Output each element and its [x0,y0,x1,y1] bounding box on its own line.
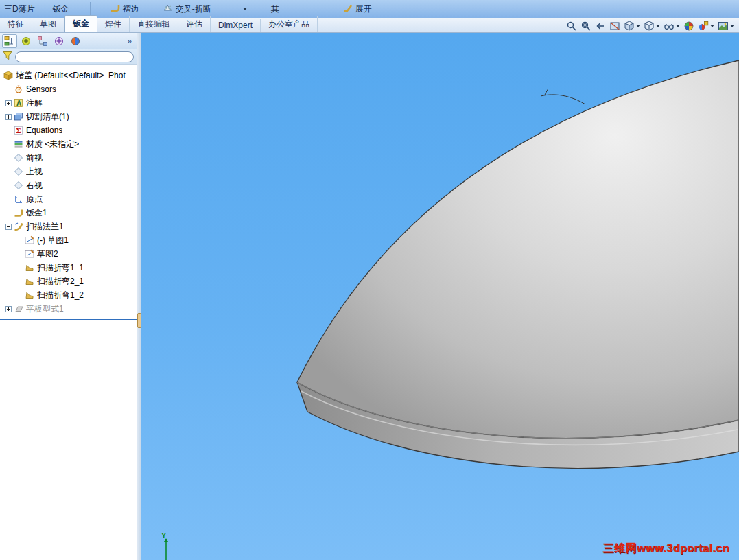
svg-text:A: A [16,100,21,107]
tree-item-label: 扫描折弯1_2 [37,290,84,301]
tree-item-right-plane[interactable]: 右视 [0,178,137,192]
ribbon-item-unfold[interactable]: 展开 [342,3,372,15]
tab-sheet-metal[interactable]: 钣金 [64,15,97,32]
tree-item-material[interactable]: 材质 <未指定> [0,137,137,151]
tree-item-swept-bend1-1[interactable]: 扫描折弯1_1 [0,261,137,275]
tab-weldments[interactable]: 焊件 [97,16,130,32]
tree-item-label: 上视 [26,166,43,178]
tab-direct-editing[interactable]: 直接编辑 [130,16,178,32]
featuremanager-tab[interactable] [2,34,17,48]
tab-office-products[interactable]: 办公室产品 [261,16,318,32]
ribbon-separator [90,2,91,16]
tree-item-label: 扫描折弯1_1 [37,262,84,274]
ribbon-item-cross-break[interactable]: 交叉-折断 [163,3,211,15]
ribbon-item-hem[interactable]: 褶边 [110,3,139,15]
tab-dimxpert[interactable]: DimXpert [211,19,261,32]
feature-manager-panel: » 堵盖 (Default<<Default>_Phot Sensors A 注… [0,33,137,560]
ribbon-item-label: 展开 [355,3,372,15]
view-orientation-icon[interactable] [623,20,641,32]
tree-filter-input[interactable] [15,51,134,62]
dimxpertmanager-tab[interactable] [51,34,67,48]
ribbon-item-3d-sheet[interactable]: 三D薄片 [4,3,35,15]
tree-item-label: 右视 [26,180,43,191]
3d-viewport[interactable]: Y 三维网www.3dportal.cn [141,33,739,560]
tree-item-swept-bend1-2[interactable]: 扫描折弯1_2 [0,288,137,302]
tree-item-label: 注解 [26,97,43,109]
panel-tab-overflow[interactable]: » [124,36,134,46]
surface-sketch-line [541,89,585,104]
sensors-icon [13,84,24,95]
feature-tree: 堵盖 (Default<<Default>_Phot Sensors A 注解 … [0,65,137,320]
sheet-metal-icon [13,208,24,218]
section-view-icon[interactable] [609,20,621,32]
ribbon-item-other[interactable]: 其 [271,3,279,15]
dropdown-caret-icon[interactable] [710,25,714,27]
equations-icon: Σ [13,126,24,136]
tree-item-front-plane[interactable]: 前视 [0,151,137,165]
dropdown-caret-icon[interactable] [730,25,734,27]
zoom-to-fit-icon[interactable] [565,20,578,32]
tree-item-part-root[interactable]: 堵盖 (Default<<Default>_Phot [0,69,137,82]
panel-tab-bar: » [0,33,137,49]
part-icon [3,71,14,81]
tab-features[interactable]: 特征 [0,16,32,32]
solidworks-window: 三D薄片 钣金 褶边 交叉-折断 其 展开 特征 草图 钣金 焊件 直接编辑 评… [0,0,739,560]
triad-y-label: Y [161,531,167,539]
tree-item-label: 钣金1 [26,207,47,219]
previous-view-icon[interactable] [594,20,607,32]
tree-item-label: 平板型式1 [26,303,64,315]
tree-item-label: 扫描折弯2_1 [37,276,84,288]
rollback-bar[interactable] [0,319,137,320]
collapse-icon[interactable] [5,224,12,230]
tree-item-label: 切割清单(1) [26,111,69,123]
tree-item-top-plane[interactable]: 上视 [0,165,137,178]
tree-item-label: 扫描法兰1 [26,221,64,233]
orientation-triad: Y [152,531,183,560]
hide-show-items-icon[interactable] [663,20,681,32]
tree-item-origin[interactable]: 原点 [0,192,137,206]
tab-sketch[interactable]: 草图 [32,16,64,32]
expand-icon[interactable] [5,100,12,106]
tree-item-sketch1[interactable]: (-) 草图1 [0,233,137,247]
tree-item-equations[interactable]: Σ Equations [0,124,137,137]
apply-scene-icon[interactable] [717,20,735,32]
display-style-icon[interactable] [643,20,661,32]
tree-item-label: 堵盖 (Default<<Default>_Phot [16,70,126,82]
edit-appearance-icon[interactable] [697,20,715,32]
annotations-icon: A [13,98,24,108]
material-icon [13,139,24,150]
appearances-icon[interactable] [683,20,695,32]
swept-bend-icon [24,290,35,301]
dropdown-caret-icon[interactable] [656,25,660,27]
svg-text:Σ: Σ [16,126,21,135]
tree-item-annotations[interactable]: A 注解 [0,96,137,110]
tree-item-sketch2[interactable]: 草图2 [0,247,137,261]
zoom-to-area-icon[interactable] [580,20,592,32]
ribbon-item-sheetmetal[interactable]: 钣金 [53,3,69,15]
expand-icon[interactable] [5,114,12,120]
plane-icon [13,153,24,163]
tree-item-flat-pattern1[interactable]: 平板型式1 [0,302,137,316]
unfold-icon [342,3,353,15]
configurationmanager-tab[interactable] [35,34,50,48]
tree-item-cut-list[interactable]: 切割清单(1) [0,110,137,124]
ribbon-strip: 三D薄片 钣金 褶边 交叉-折断 其 展开 [0,0,739,18]
tree-item-label: 草图2 [37,248,58,260]
dropdown-caret-icon[interactable] [636,25,640,27]
tree-item-swept-flange1[interactable]: 扫描法兰1 [0,220,137,233]
ribbon-dropdown-caret-icon[interactable] [243,8,247,10]
cut-list-icon [13,112,24,122]
tree-item-sheet-metal1[interactable]: 钣金1 [0,206,137,220]
displaymanager-tab[interactable] [68,34,83,48]
dropdown-caret-icon[interactable] [676,25,680,27]
propertymanager-tab[interactable] [19,34,34,48]
plane-icon [13,180,24,191]
model-dome [297,60,739,439]
tree-item-label: Equations [26,126,62,135]
expand-icon[interactable] [5,306,12,312]
tree-item-label: 前视 [26,152,43,164]
tab-evaluate[interactable]: 评估 [178,16,211,32]
tree-item-swept-bend2-1[interactable]: 扫描折弯2_1 [0,275,137,288]
tree-item-label: Sensors [26,84,56,94]
tree-item-sensors[interactable]: Sensors [0,82,137,96]
